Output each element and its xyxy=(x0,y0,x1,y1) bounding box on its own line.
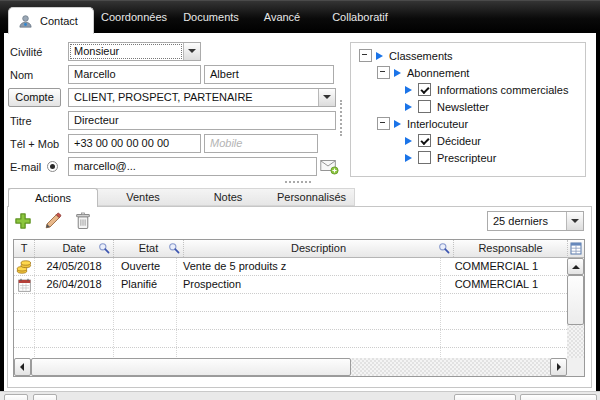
civilite-dropdown-button[interactable] xyxy=(183,43,200,60)
tab-notes[interactable]: Notes xyxy=(188,188,268,206)
tree-arrow-icon xyxy=(376,52,383,60)
cell-etat: Ouverte xyxy=(114,258,177,275)
tree-item-label[interactable]: Décideur xyxy=(437,135,481,147)
email-label: E-mail xyxy=(10,161,41,173)
scroll-up-button[interactable] xyxy=(567,258,584,275)
horizontal-scroll-thumb[interactable] xyxy=(31,358,351,376)
compte-dropdown-button[interactable] xyxy=(318,89,335,106)
tel-label: Tél + Mob xyxy=(10,138,59,150)
records-filter-value: 25 derniers xyxy=(493,214,563,229)
tree-arrow-icon xyxy=(394,120,401,128)
civilite-label: Civilité xyxy=(10,46,42,58)
cell-date: 26/04/2018 xyxy=(35,276,114,293)
search-icon[interactable] xyxy=(438,242,450,254)
tree-item-label[interactable]: Prescripteur xyxy=(437,152,496,164)
checkbox-prescripteur[interactable] xyxy=(418,151,431,164)
chevron-down-icon xyxy=(188,49,196,53)
nom-label: Nom xyxy=(10,69,33,81)
tab-actions[interactable]: Actions xyxy=(8,188,98,207)
tree-node-abonnement[interactable]: Abonnement xyxy=(351,64,585,81)
chevron-down-icon xyxy=(571,219,579,223)
horizontal-splitter-handle[interactable] xyxy=(285,181,311,183)
focus-rect xyxy=(70,44,182,59)
footer-button-2[interactable] xyxy=(33,394,57,400)
col-header-description-label: Description xyxy=(291,242,346,254)
col-header-etat[interactable]: Etat xyxy=(114,240,184,257)
compte-value: CLIENT, PROSPECT, PARTENAIRE xyxy=(74,90,315,105)
lastname-field[interactable]: Marcello xyxy=(68,65,201,84)
scroll-left-button[interactable] xyxy=(14,358,31,376)
table-row-empty xyxy=(14,330,567,348)
tab-personnalises[interactable]: Personnalisés xyxy=(268,188,355,206)
tab-coordonnees[interactable]: Coordonnées xyxy=(94,1,174,34)
records-filter-dropdown-button[interactable] xyxy=(566,212,583,230)
tree-arrow-icon xyxy=(394,69,401,77)
search-icon[interactable] xyxy=(98,242,110,254)
vertical-scroll-thumb[interactable] xyxy=(567,275,584,325)
phone-field[interactable]: +33 00 00 00 00 00 xyxy=(68,134,201,153)
civilite-select[interactable]: Monsieur xyxy=(68,42,201,61)
top-tab-bar: Contact Coordonnées Documents Avancé Col… xyxy=(0,0,600,33)
tree-group-label[interactable]: Interlocuteur xyxy=(407,118,468,130)
col-header-description[interactable]: Description xyxy=(184,240,454,257)
records-filter-select[interactable]: 25 derniers xyxy=(487,211,584,231)
vertical-splitter-handle[interactable] xyxy=(340,100,342,136)
collapse-icon[interactable] xyxy=(377,117,390,130)
pencil-icon[interactable] xyxy=(44,212,62,230)
tree-arrow-icon xyxy=(405,137,412,145)
compte-select[interactable]: CLIENT, PROSPECT, PARTENAIRE xyxy=(68,88,336,107)
table-row-empty xyxy=(14,312,567,330)
table-row[interactable]: 26/04/2018 Planifié Prospection COMMERCI… xyxy=(14,276,567,294)
col-header-etat-label: Etat xyxy=(139,242,159,254)
checkbox-informations-commerciales[interactable] xyxy=(418,83,431,96)
person-icon xyxy=(18,14,33,29)
collapse-icon[interactable] xyxy=(377,66,390,79)
col-header-responsable[interactable]: Responsable xyxy=(454,240,567,257)
tab-avance[interactable]: Avancé xyxy=(248,1,316,34)
col-header-date[interactable]: Date xyxy=(35,240,114,257)
tab-contact[interactable]: Contact xyxy=(8,7,94,34)
titre-field[interactable]: Directeur xyxy=(68,111,336,130)
tree-node-newsletter[interactable]: Newsletter xyxy=(351,98,585,115)
table-row[interactable]: 24/05/2018 Ouverte Vente de 5 produits z… xyxy=(14,258,567,276)
mail-add-icon[interactable] xyxy=(320,159,339,175)
calendar-icon xyxy=(18,278,31,292)
firstname-field[interactable]: Albert xyxy=(204,65,334,84)
compte-button[interactable]: Compte xyxy=(8,88,61,107)
tree-node-decideur[interactable]: Décideur xyxy=(351,132,585,149)
tab-documents[interactable]: Documents xyxy=(174,1,248,34)
tree-node-prescripteur[interactable]: Prescripteur xyxy=(351,149,585,166)
tree-group-label[interactable]: Abonnement xyxy=(407,67,469,79)
search-icon[interactable] xyxy=(168,242,180,254)
scroll-right-button[interactable] xyxy=(550,358,567,376)
add-icon[interactable] xyxy=(14,212,32,230)
tree-node-interlocuteur[interactable]: Interlocuteur xyxy=(351,115,585,132)
tree-node-infos-commerciales[interactable]: Informations commerciales xyxy=(351,81,585,98)
mobile-field[interactable]: Mobile xyxy=(204,134,318,153)
horizontal-scrollbar[interactable] xyxy=(14,358,567,376)
tree-item-label[interactable]: Informations commerciales xyxy=(437,84,568,96)
footer-button-4[interactable] xyxy=(520,394,597,400)
tree-arrow-icon xyxy=(405,103,412,111)
titre-label: Titre xyxy=(10,115,32,127)
cell-date: 24/05/2018 xyxy=(35,258,114,275)
cell-responsable: COMMERCIAL 1 xyxy=(441,258,546,275)
checkbox-newsletter[interactable] xyxy=(418,100,431,113)
tab-ventes[interactable]: Ventes xyxy=(98,188,188,206)
tree-root-label[interactable]: Classements xyxy=(389,50,453,62)
tree-item-label[interactable]: Newsletter xyxy=(437,101,489,113)
footer-button-3[interactable] xyxy=(454,394,516,400)
header-corner-cell[interactable] xyxy=(567,240,584,258)
footer-button-1[interactable] xyxy=(4,394,28,400)
tab-collaboratif[interactable]: Collaboratif xyxy=(316,1,404,34)
trash-icon[interactable] xyxy=(75,212,91,230)
tree-node-classements[interactable]: Classements xyxy=(351,47,585,64)
email-field[interactable]: marcello@... xyxy=(68,157,317,176)
collapse-icon[interactable] xyxy=(359,49,372,62)
classements-tree: Classements Abonnement Informations comm… xyxy=(350,42,586,177)
checkbox-decideur[interactable] xyxy=(418,134,431,147)
tree-arrow-icon xyxy=(405,86,412,94)
col-header-type[interactable]: T xyxy=(14,240,35,257)
email-radio[interactable] xyxy=(47,161,58,172)
grid-filter-icon xyxy=(570,242,582,255)
